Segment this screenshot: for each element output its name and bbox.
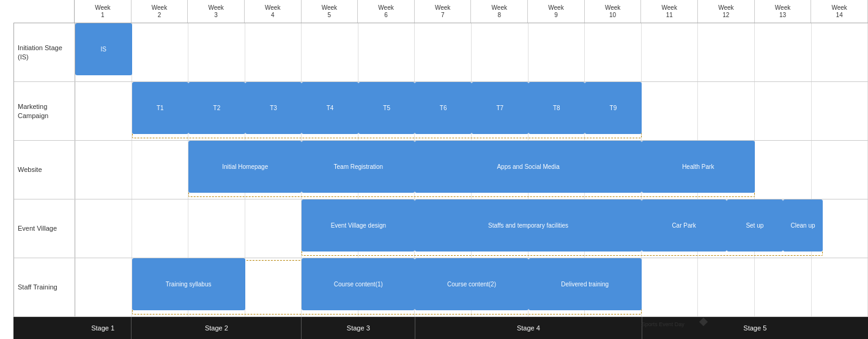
grid-col-eventvillage-3 <box>188 199 245 258</box>
row-label-stafftraining: Staff Training <box>14 258 75 316</box>
gantt-row-initiation: Initiation Stage (IS)IS <box>14 23 868 82</box>
week-header-8: Week8 <box>471 0 528 23</box>
week-header-12: Week12 <box>698 0 755 23</box>
week-header-14: Week14 <box>811 0 868 23</box>
gantt-row-stafftraining: Staff TrainingSports Event DayTraining s… <box>14 258 868 317</box>
grid-col-initiation-11 <box>642 23 699 81</box>
header-row: Week1Week2Week3Week4Week5Week6Week7Week8… <box>13 0 868 23</box>
bar-marketing-1: T2 <box>188 82 245 134</box>
week-header-7: Week7 <box>415 0 472 23</box>
bar-marketing-7: T8 <box>529 82 585 134</box>
grid-col-marketing-14 <box>812 82 868 140</box>
row-label-marketing: Marketing Campaign <box>14 82 75 140</box>
bar-stafftraining-0: Training syllabus <box>132 258 245 310</box>
bar-marketing-2: T3 <box>245 82 302 134</box>
bar-stafftraining-3: Delivered training <box>529 258 642 310</box>
y-axis-label <box>0 0 13 339</box>
bar-marketing-3: T4 <box>302 82 358 134</box>
row-grid-initiation: IS <box>75 23 868 81</box>
gantt-body: Initiation Stage (IS)ISMarketing Campaig… <box>13 23 868 317</box>
bar-website-2: Apps and Social Media <box>415 141 641 193</box>
row-grid-website: Initial HomepageTeam RegistrationApps an… <box>75 141 868 199</box>
gantt-content: Week1Week2Week3Week4Week5Week6Week7Week8… <box>13 0 868 339</box>
week-header-10: Week10 <box>585 0 642 23</box>
bar-eventvillage-1: Staffs and temporary facilities <box>415 199 641 251</box>
week-header-9: Week9 <box>528 0 585 23</box>
row-grid-stafftraining: Sports Event DayTraining syllabusCourse … <box>75 258 868 316</box>
grid-col-initiation-9 <box>529 23 585 81</box>
gantt-row-marketing: Marketing CampaignT1T2T3T4T5T6T7T8T9 <box>14 82 868 141</box>
sports-event-label: Sports Event Day <box>642 321 684 327</box>
grid-col-initiation-7 <box>415 23 472 81</box>
grid-col-website-14 <box>812 141 868 199</box>
stage-cell-4: Stage 5 <box>642 317 868 339</box>
grid-col-initiation-3 <box>188 23 245 81</box>
bar-marketing-0: T1 <box>132 82 189 134</box>
bar-eventvillage-3: Set up <box>727 199 784 251</box>
grid-col-marketing-1 <box>75 82 132 140</box>
stage-cell-1: Stage 2 <box>132 317 302 339</box>
week-header-3: Week3 <box>188 0 245 23</box>
bar-eventvillage-2: Car Park <box>642 199 727 251</box>
grid-col-initiation-4 <box>245 23 302 81</box>
bar-eventvillage-0: Event Village design <box>302 199 415 251</box>
grid-col-initiation-13 <box>755 23 812 81</box>
grid-col-stafftraining-12 <box>698 258 755 316</box>
grid-col-stafftraining-1 <box>75 258 132 316</box>
bar-marketing-5: T6 <box>415 82 472 134</box>
grid-col-marketing-12 <box>698 82 755 140</box>
bar-initiation-0: IS <box>75 23 132 75</box>
week-header-13: Week13 <box>755 0 812 23</box>
grid-col-initiation-10 <box>585 23 642 81</box>
week-header-5: Week5 <box>302 0 358 23</box>
grid-col-initiation-2 <box>132 23 189 81</box>
gantt-row-eventvillage: Event VillageEvent Village designStaffs … <box>14 199 868 258</box>
gantt-row-website: WebsiteInitial HomepageTeam Registration… <box>14 141 868 199</box>
bar-website-1: Team Registration <box>302 141 415 193</box>
row-grid-eventvillage: Event Village designStaffs and temporary… <box>75 199 868 258</box>
bar-website-3: Health Park <box>642 141 755 193</box>
grid-col-website-1 <box>75 141 132 199</box>
grid-col-eventvillage-2 <box>132 199 189 258</box>
week-header-2: Week2 <box>132 0 188 23</box>
week-header-1: Week1 <box>75 0 132 23</box>
stage-cell-2: Stage 3 <box>302 317 415 339</box>
bar-marketing-4: T5 <box>358 82 415 134</box>
week-header-6: Week6 <box>358 0 415 23</box>
bar-stafftraining-2: Course content(2) <box>415 258 528 310</box>
grid-col-initiation-12 <box>698 23 755 81</box>
grid-col-stafftraining-4 <box>245 258 302 316</box>
bar-marketing-8: T9 <box>585 82 642 134</box>
grid-col-stafftraining-13 <box>755 258 812 316</box>
week-header-11: Week11 <box>641 0 698 23</box>
bar-eventvillage-4: Clean up <box>783 199 823 251</box>
grid-col-website-2 <box>132 141 189 199</box>
bar-marketing-6: T7 <box>472 82 529 134</box>
grid-col-website-13 <box>755 141 812 199</box>
row-label-initiation: Initiation Stage (IS) <box>14 23 75 81</box>
header-label-spacer <box>13 0 75 23</box>
gantt-chart: Week1Week2Week3Week4Week5Week6Week7Week8… <box>0 0 868 339</box>
grid-col-marketing-11 <box>642 82 699 140</box>
grid-col-stafftraining-11 <box>642 258 699 316</box>
grid-col-eventvillage-4 <box>245 199 302 258</box>
week-header-4: Week4 <box>245 0 302 23</box>
grid-col-initiation-14 <box>812 23 868 81</box>
bar-stafftraining-1: Course content(1) <box>302 258 415 310</box>
bar-website-0: Initial Homepage <box>188 141 302 193</box>
stage-cells: Stage 1Stage 2Stage 3Stage 4Stage 5 <box>75 317 868 339</box>
stage-label-area <box>13 317 75 339</box>
grid-col-initiation-5 <box>302 23 358 81</box>
stage-cell-0: Stage 1 <box>75 317 132 339</box>
stage-cell-3: Stage 4 <box>415 317 642 339</box>
grid-col-stafftraining-14 <box>812 258 868 316</box>
grid-col-initiation-8 <box>472 23 529 81</box>
row-label-eventvillage: Event Village <box>14 199 75 258</box>
grid-col-marketing-13 <box>755 82 812 140</box>
row-grid-marketing: T1T2T3T4T5T6T7T8T9 <box>75 82 868 140</box>
grid-col-initiation-6 <box>358 23 415 81</box>
row-label-website: Website <box>14 141 75 199</box>
week-headers: Week1Week2Week3Week4Week5Week6Week7Week8… <box>75 0 868 23</box>
grid-col-eventvillage-1 <box>75 199 132 258</box>
stage-footer: Stage 1Stage 2Stage 3Stage 4Stage 5 <box>13 317 868 339</box>
